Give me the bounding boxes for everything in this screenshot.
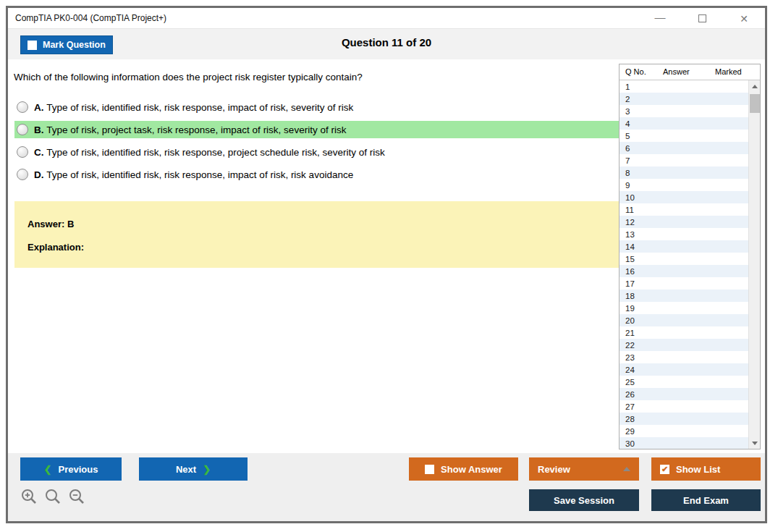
- question-list-row[interactable]: 25: [620, 376, 748, 388]
- option-b[interactable]: B. Type of risk, project task, risk resp…: [14, 121, 620, 138]
- question-list-header: Q No. Answer Marked: [620, 64, 760, 80]
- row-qno-cell: 21: [620, 329, 657, 337]
- question-list-row[interactable]: 29: [620, 425, 748, 437]
- question-text: Which of the following information does …: [14, 72, 520, 83]
- option-a[interactable]: A. Type of risk, identified risk, risk r…: [14, 98, 620, 116]
- scroll-down-button[interactable]: [749, 437, 761, 449]
- show-answer-checkbox-icon: [425, 465, 434, 474]
- window-controls: — ✕: [639, 8, 765, 29]
- column-header-qno: Q No.: [625, 67, 646, 76]
- close-button[interactable]: ✕: [723, 8, 765, 29]
- row-qno-cell: 20: [620, 316, 657, 325]
- question-list-scrollbar[interactable]: [748, 80, 760, 449]
- zoom-in-icon[interactable]: [20, 488, 38, 505]
- question-list-row[interactable]: 18: [620, 290, 748, 302]
- maximize-icon: [698, 14, 706, 22]
- show-list-checkbox-icon: ✔: [660, 465, 669, 474]
- row-qno-cell: 25: [620, 378, 657, 387]
- save-session-button[interactable]: Save Session: [529, 489, 639, 511]
- row-qno-cell: 23: [620, 353, 657, 362]
- show-list-button[interactable]: ✔ Show List: [651, 457, 761, 481]
- question-list-row[interactable]: 3: [620, 105, 748, 117]
- radio-button-b-icon[interactable]: [17, 124, 28, 135]
- question-list-row[interactable]: 9: [620, 179, 748, 191]
- row-qno-cell: 4: [620, 119, 657, 128]
- question-list-row[interactable]: 19: [620, 302, 748, 314]
- zoom-out-icon[interactable]: [68, 488, 85, 505]
- row-qno-cell: 18: [620, 292, 657, 300]
- question-list-row[interactable]: 23: [620, 351, 748, 363]
- app-window: CompTIA PK0-004 (CompTIA Project+) — ✕ M…: [6, 6, 767, 523]
- explanation-label: Explanation:: [28, 242, 620, 253]
- radio-button-c-icon[interactable]: [17, 146, 28, 158]
- previous-button[interactable]: ❮ Previous: [20, 457, 122, 481]
- question-list-row[interactable]: 7: [620, 154, 748, 166]
- end-exam-label: End Exam: [683, 495, 729, 506]
- row-qno-cell: 7: [620, 156, 657, 165]
- window-title: CompTIA PK0-004 (CompTIA Project+): [8, 13, 166, 23]
- review-button[interactable]: Review: [529, 457, 639, 481]
- question-list-row[interactable]: 11: [620, 203, 748, 216]
- row-qno-cell: 11: [620, 206, 657, 214]
- question-list-row[interactable]: 24: [620, 363, 748, 376]
- question-list-row[interactable]: 21: [620, 326, 748, 339]
- question-list-row[interactable]: 2: [620, 93, 748, 105]
- option-a-label: A. Type of risk, identified risk, risk r…: [34, 102, 353, 113]
- row-qno-cell: 2: [620, 95, 657, 104]
- zoom-reset-icon[interactable]: [44, 488, 62, 505]
- minimize-button[interactable]: —: [639, 8, 681, 29]
- close-icon: ✕: [740, 13, 748, 25]
- option-d[interactable]: D. Type of risk, identified risk, risk r…: [14, 166, 620, 183]
- row-qno-cell: 15: [620, 255, 657, 263]
- question-list-row[interactable]: 22: [620, 339, 748, 351]
- column-header-marked: Marked: [715, 67, 742, 76]
- question-list-row[interactable]: 20: [620, 314, 748, 326]
- maximize-button[interactable]: [681, 8, 723, 29]
- option-d-label: D. Type of risk, identified risk, risk r…: [34, 169, 353, 180]
- question-list-row[interactable]: 30: [620, 437, 748, 449]
- question-list-row[interactable]: 10: [620, 191, 748, 203]
- next-label: Next: [176, 464, 196, 475]
- end-exam-button[interactable]: End Exam: [651, 489, 761, 511]
- row-qno-cell: 30: [620, 439, 657, 448]
- show-list-label: Show List: [676, 464, 720, 475]
- radio-button-a-icon[interactable]: [17, 101, 28, 113]
- question-list-row[interactable]: 13: [620, 228, 748, 240]
- row-qno-cell: 8: [620, 169, 657, 177]
- titlebar: CompTIA PK0-004 (CompTIA Project+) — ✕: [8, 8, 765, 29]
- zoom-toolbar: [20, 488, 85, 505]
- question-list-row[interactable]: 28: [620, 413, 748, 425]
- question-list-row[interactable]: 26: [620, 388, 748, 400]
- row-qno-cell: 16: [620, 267, 657, 276]
- row-qno-cell: 10: [620, 193, 657, 202]
- question-list-row[interactable]: 5: [620, 130, 748, 142]
- minimize-icon: —: [655, 11, 666, 23]
- row-qno-cell: 9: [620, 181, 657, 190]
- row-qno-cell: 19: [620, 304, 657, 313]
- chevron-right-icon: ❯: [203, 464, 211, 475]
- scroll-up-button[interactable]: [749, 80, 761, 92]
- save-session-label: Save Session: [554, 495, 614, 506]
- row-qno-cell: 12: [620, 218, 657, 227]
- question-list-row[interactable]: 8: [620, 166, 748, 179]
- row-qno-cell: 17: [620, 279, 657, 288]
- next-button[interactable]: Next ❯: [139, 457, 248, 481]
- scroll-up-icon: [752, 85, 758, 88]
- row-qno-cell: 24: [620, 366, 657, 374]
- question-list-row[interactable]: 15: [620, 253, 748, 265]
- show-answer-button[interactable]: Show Answer: [409, 457, 518, 481]
- question-list-row[interactable]: 4: [620, 117, 748, 130]
- question-list-row[interactable]: 6: [620, 142, 748, 154]
- question-list-row[interactable]: 16: [620, 265, 748, 277]
- scroll-down-icon: [752, 442, 758, 445]
- previous-label: Previous: [58, 464, 98, 475]
- caret-up-icon: [623, 467, 630, 471]
- option-c[interactable]: C. Type of risk, identified risk, risk r…: [14, 143, 620, 161]
- radio-button-d-icon[interactable]: [17, 169, 28, 180]
- scrollbar-thumb[interactable]: [750, 94, 760, 113]
- question-list-row[interactable]: 14: [620, 240, 748, 253]
- question-list-row[interactable]: 1: [620, 80, 748, 93]
- question-list-row[interactable]: 17: [620, 277, 748, 290]
- question-list-row[interactable]: 12: [620, 216, 748, 228]
- question-list-row[interactable]: 27: [620, 400, 748, 413]
